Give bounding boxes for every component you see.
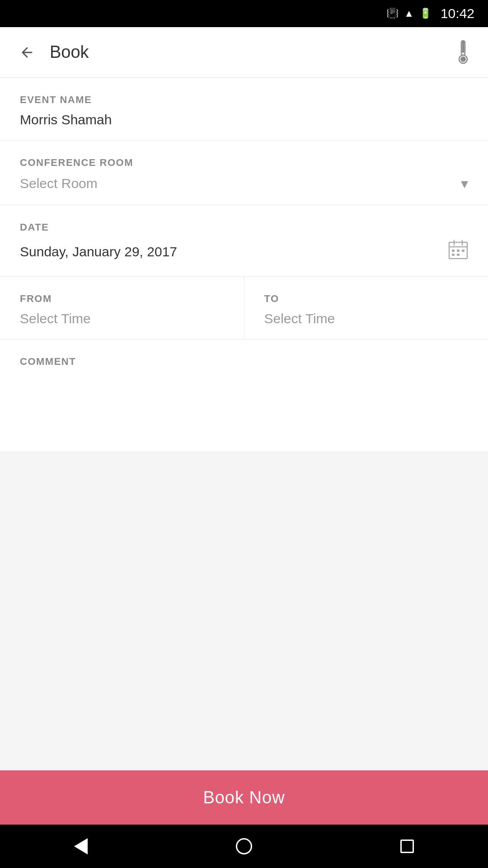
page-title: Book bbox=[50, 42, 452, 62]
from-label: FROM bbox=[20, 293, 224, 305]
calendar-icon bbox=[448, 240, 468, 264]
date-label: DATE bbox=[20, 222, 468, 233]
svg-point-3 bbox=[460, 57, 466, 62]
app-bar: Book bbox=[0, 27, 488, 78]
battery-icon: 🔋 bbox=[419, 8, 432, 19]
conference-room-label: CONFERENCE ROOM bbox=[20, 157, 468, 169]
date-value: Sunday, January 29, 2017 bbox=[20, 244, 177, 259]
back-button[interactable] bbox=[14, 39, 41, 66]
from-select-placeholder: Select Time bbox=[20, 311, 224, 326]
time-section: FROM Select Time TO Select Time bbox=[0, 277, 488, 340]
signal-icon: ▲ bbox=[404, 8, 414, 19]
to-time-column[interactable]: TO Select Time bbox=[244, 277, 488, 339]
event-name-value: Morris Shamah bbox=[20, 112, 468, 127]
book-now-button[interactable]: Book Now bbox=[0, 770, 488, 825]
to-label: TO bbox=[264, 293, 469, 305]
room-select-placeholder: Select Room bbox=[20, 176, 98, 191]
date-section[interactable]: DATE Sunday, January 29, 2017 bbox=[0, 205, 488, 277]
event-name-label: EVENT NAME bbox=[20, 94, 468, 106]
dropdown-arrow-icon: ▾ bbox=[461, 175, 468, 192]
status-bar: 📳 ▲ 🔋 10:42 bbox=[0, 0, 488, 27]
svg-rect-9 bbox=[457, 250, 460, 252]
calendar-svg bbox=[448, 240, 468, 259]
svg-rect-12 bbox=[457, 254, 460, 256]
svg-rect-11 bbox=[452, 254, 455, 256]
thermometer-svg bbox=[455, 40, 471, 65]
room-dropdown[interactable]: Select Room ▾ bbox=[20, 175, 468, 192]
svg-rect-10 bbox=[462, 250, 465, 252]
status-time: 10:42 bbox=[441, 6, 474, 21]
back-arrow-icon bbox=[19, 44, 35, 61]
status-icons: 📳 ▲ 🔋 bbox=[386, 8, 432, 19]
from-time-column[interactable]: FROM Select Time bbox=[0, 277, 244, 339]
conference-room-section[interactable]: CONFERENCE ROOM Select Room ▾ bbox=[0, 141, 488, 205]
to-select-placeholder: Select Time bbox=[264, 311, 469, 326]
comment-input[interactable] bbox=[20, 374, 468, 437]
vibrate-icon: 📳 bbox=[386, 8, 399, 19]
date-row: Sunday, January 29, 2017 bbox=[20, 240, 468, 264]
svg-rect-1 bbox=[462, 41, 465, 53]
svg-rect-8 bbox=[452, 250, 455, 252]
event-name-section: EVENT NAME Morris Shamah bbox=[0, 78, 488, 141]
form-content: EVENT NAME Morris Shamah CONFERENCE ROOM… bbox=[0, 78, 488, 770]
form-container: EVENT NAME Morris Shamah CONFERENCE ROOM… bbox=[0, 78, 488, 452]
nav-home-button[interactable] bbox=[236, 838, 252, 854]
nav-recents-button[interactable] bbox=[400, 840, 414, 853]
comment-section: COMMENT bbox=[0, 340, 488, 452]
android-nav-bar bbox=[0, 825, 488, 868]
thermometer-icon[interactable] bbox=[452, 41, 474, 64]
comment-label: COMMENT bbox=[20, 356, 468, 368]
nav-back-button[interactable] bbox=[74, 838, 88, 854]
